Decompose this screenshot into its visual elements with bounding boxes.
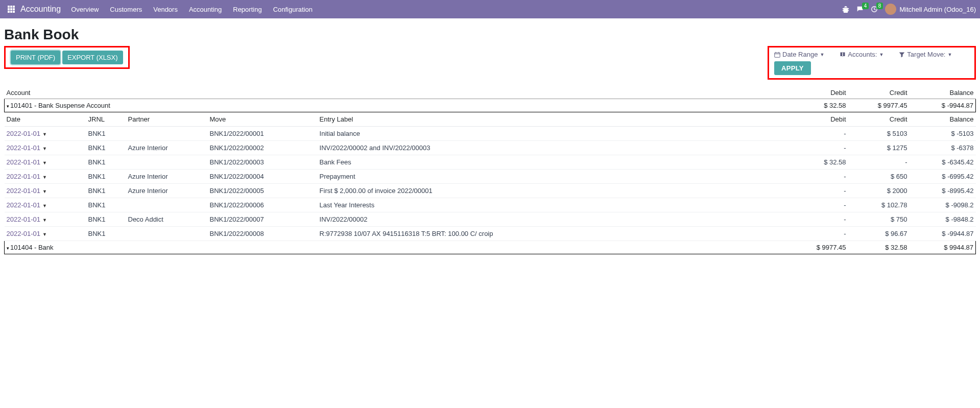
- cell-jrnl: BNK1: [86, 198, 126, 212]
- cell-label: R:9772938 10/07 AX 9415116318 T:5 BRT: 1…: [318, 227, 761, 241]
- svg-rect-8: [13, 11, 15, 13]
- cell-jrnl: BNK1: [86, 141, 126, 155]
- activities-icon[interactable]: 8: [871, 6, 878, 13]
- apps-icon[interactable]: [4, 2, 18, 16]
- cell-balance: $ -9944.87: [910, 227, 976, 241]
- cell-label: Last Year Interests: [318, 198, 761, 212]
- cell-debit: -: [761, 184, 848, 198]
- print-pdf-button[interactable]: PRINT (PDF): [11, 51, 60, 64]
- nav-item-overview[interactable]: Overview: [71, 6, 99, 13]
- cell-partner: Azure Interior: [126, 141, 208, 155]
- cell-balance: $ -6995.42: [910, 170, 976, 184]
- calendar-icon: [774, 52, 780, 58]
- date-link[interactable]: 2022-01-01: [7, 215, 41, 223]
- bug-icon[interactable]: [842, 6, 849, 13]
- account-name: 101401 - Bank Suspense Account: [10, 102, 110, 109]
- filter-accounts[interactable]: Accounts: ▼: [840, 51, 883, 58]
- filters-box: Date Range ▼ Accounts: ▼ Target Move: ▼ …: [768, 46, 976, 80]
- cell-move: BNK1/2022/00004: [208, 170, 318, 184]
- table-row: 2022-01-01▼BNK1BNK1/2022/00008R:9772938 …: [5, 227, 976, 241]
- cell-credit: $ 2000: [848, 184, 910, 198]
- col-date: Date: [5, 112, 86, 127]
- cell-move: BNK1/2022/00001: [208, 127, 318, 141]
- svg-rect-1: [10, 6, 12, 8]
- caret-down-icon[interactable]: ▼: [42, 160, 47, 165]
- cell-jrnl: BNK1: [86, 227, 126, 241]
- account-row[interactable]: ▾101401 - Bank Suspense Account$ 32.58$ …: [5, 99, 976, 112]
- cell-credit: $ 5103: [848, 127, 910, 141]
- cell-debit: -: [761, 198, 848, 212]
- messages-icon[interactable]: 4: [856, 6, 864, 13]
- cell-partner: Deco Addict: [126, 212, 208, 227]
- cell-partner: [126, 227, 208, 241]
- caret-down-icon[interactable]: ▼: [42, 175, 47, 180]
- account-row[interactable]: ▾101404 - Bank$ 9977.45$ 32.58$ 9944.87: [5, 241, 976, 254]
- caret-down-icon: ▼: [879, 52, 883, 57]
- caret-down-icon[interactable]: ▼: [42, 132, 47, 137]
- svg-rect-3: [8, 8, 10, 10]
- messages-badge: 4: [862, 3, 869, 9]
- date-link[interactable]: 2022-01-01: [7, 230, 41, 237]
- table-row: 2022-01-01▼BNK1Azure InteriorBNK1/2022/0…: [5, 184, 976, 198]
- filter-date-range-label: Date Range: [782, 51, 818, 58]
- cell-jrnl: BNK1: [86, 212, 126, 227]
- nav-item-configuration[interactable]: Configuration: [273, 6, 313, 13]
- table-row: 2022-01-01▼BNK1Azure InteriorBNK1/2022/0…: [5, 141, 976, 155]
- cell-move: BNK1/2022/00002: [208, 141, 318, 155]
- cell-jrnl: BNK1: [86, 155, 126, 170]
- filter-date-range[interactable]: Date Range ▼: [774, 51, 824, 58]
- cell-debit: $ 32.58: [761, 155, 848, 170]
- date-link[interactable]: 2022-01-01: [7, 144, 41, 152]
- caret-down-icon[interactable]: ▼: [42, 203, 47, 208]
- cell-label: INV/2022/00002 and INV/2022/00003: [318, 141, 761, 155]
- cell-balance: $ -9098.2: [910, 198, 976, 212]
- caret-down-icon[interactable]: ▼: [42, 218, 47, 223]
- cell-partner: [126, 198, 208, 212]
- date-link[interactable]: 2022-01-01: [7, 187, 41, 195]
- cell-label: First $ 2,000.00 of invoice 2022/00001: [318, 184, 761, 198]
- cell-debit: -: [761, 141, 848, 155]
- date-link[interactable]: 2022-01-01: [7, 201, 41, 209]
- caret-down-icon[interactable]: ▼: [42, 146, 47, 151]
- book-icon: [840, 52, 846, 58]
- cell-partner: [126, 127, 208, 141]
- col-jrnl: JRNL: [86, 112, 126, 127]
- col-debit: Debit: [761, 112, 848, 127]
- filter-target-move[interactable]: Target Move: ▼: [899, 51, 952, 58]
- account-debit: $ 9977.45: [761, 241, 848, 254]
- table-row: 2022-01-01▼BNK1Deco AddictBNK1/2022/0000…: [5, 212, 976, 227]
- detail-header-row: DateJRNLPartnerMoveEntry LabelDebitCredi…: [5, 112, 976, 127]
- cell-credit: $ 96.67: [848, 227, 910, 241]
- nav-item-reporting[interactable]: Reporting: [233, 6, 261, 13]
- col-entry-label: Entry Label: [318, 112, 761, 127]
- account-credit: $ 9977.45: [848, 99, 910, 112]
- caret-down-icon[interactable]: ▼: [42, 232, 47, 237]
- nav-item-accounting[interactable]: Accounting: [189, 6, 222, 13]
- account-name: 101404 - Bank: [10, 244, 54, 251]
- cell-jrnl: BNK1: [86, 184, 126, 198]
- date-link[interactable]: 2022-01-01: [7, 173, 41, 180]
- caret-down-icon: ▼: [947, 52, 952, 57]
- svg-rect-7: [10, 11, 12, 13]
- cell-move: BNK1/2022/00003: [208, 155, 318, 170]
- cell-credit: $ 750: [848, 212, 910, 227]
- nav-item-vendors[interactable]: Vendors: [153, 6, 178, 13]
- cell-credit: $ 102.78: [848, 198, 910, 212]
- col-account: Account: [5, 86, 318, 99]
- col-debit: Debit: [761, 86, 848, 99]
- account-balance: $ 9944.87: [910, 241, 976, 254]
- cell-debit: -: [761, 170, 848, 184]
- date-link[interactable]: 2022-01-01: [7, 130, 41, 137]
- brand[interactable]: Accounting: [20, 5, 61, 14]
- date-link[interactable]: 2022-01-01: [7, 158, 41, 166]
- avatar: [885, 4, 896, 15]
- user-menu[interactable]: Mitchell Admin (Odoo_16): [885, 4, 976, 15]
- caret-down-icon[interactable]: ▼: [42, 189, 47, 194]
- summary-header-row: Account Debit Credit Balance: [5, 86, 976, 99]
- svg-rect-4: [10, 8, 12, 10]
- export-xlsx-button[interactable]: EXPORT (XLSX): [62, 51, 123, 64]
- nav-item-customers[interactable]: Customers: [110, 6, 142, 13]
- page-title: Bank Book: [4, 27, 976, 43]
- svg-rect-10: [775, 53, 780, 57]
- apply-button[interactable]: APPLY: [774, 61, 811, 75]
